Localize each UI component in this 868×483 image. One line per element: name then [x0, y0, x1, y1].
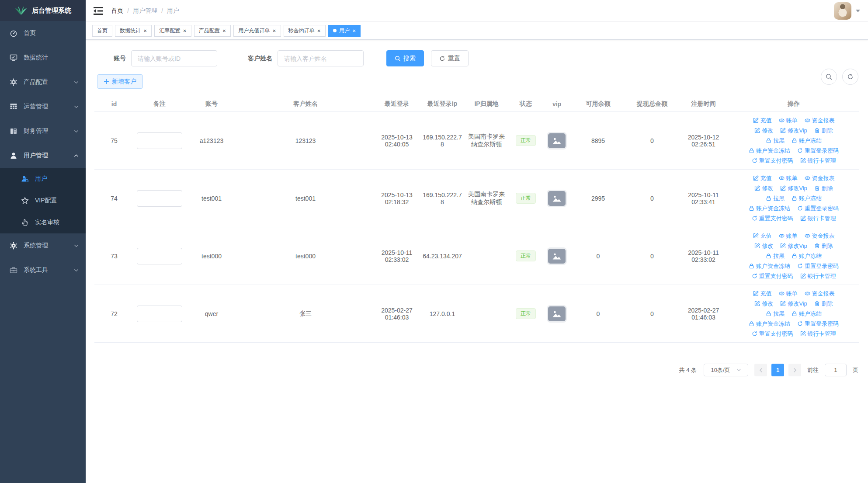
- edit-link[interactable]: 修改: [754, 241, 773, 251]
- vip-image-placeholder[interactable]: [548, 133, 566, 148]
- tab-statistics[interactable]: 数据统计: [115, 25, 152, 37]
- cell-account: qwer: [185, 285, 238, 343]
- delete-link[interactable]: 删除: [814, 241, 833, 251]
- account-input[interactable]: [131, 50, 217, 66]
- funds-report-link[interactable]: 资金报表: [805, 115, 835, 125]
- reset-pay-password-link[interactable]: 重置支付密码: [752, 329, 793, 339]
- sidebar-fold-icon[interactable]: [94, 7, 103, 15]
- search-button[interactable]: 搜索: [386, 50, 424, 66]
- bank-card-management-link[interactable]: 银行卡管理: [800, 271, 836, 281]
- close-icon[interactable]: [317, 28, 321, 33]
- sidebar-item-home[interactable]: 首页: [0, 21, 86, 45]
- bills-link[interactable]: 账单: [779, 231, 798, 241]
- main-area: 首页 / 用户管理 / 用户 首页 数据统计 汇率配置 产品配置 用户充值订单 …: [86, 0, 868, 483]
- close-icon[interactable]: [272, 28, 276, 33]
- blacklist-link[interactable]: 拉黑: [766, 193, 785, 203]
- funds-report-link[interactable]: 资金报表: [805, 173, 835, 183]
- delete-link[interactable]: 删除: [814, 183, 833, 193]
- freeze-funds-link[interactable]: 账户资金冻结: [749, 203, 790, 213]
- blacklist-link[interactable]: 拉黑: [766, 251, 785, 261]
- breadcrumb-item-user-management[interactable]: 用户管理: [133, 7, 157, 15]
- goto-page-input[interactable]: [825, 364, 847, 376]
- vip-image-placeholder[interactable]: [548, 191, 566, 206]
- sidebar-item-operations[interactable]: 运营管理: [0, 94, 86, 119]
- page-number-1[interactable]: 1: [771, 364, 784, 376]
- freeze-account-link[interactable]: 账户冻结: [792, 193, 822, 203]
- reset-button[interactable]: 重置: [431, 50, 469, 66]
- show-search-button[interactable]: [821, 69, 837, 85]
- remark-input[interactable]: [137, 132, 182, 149]
- vip-image-placeholder[interactable]: [548, 249, 566, 264]
- edit-vip-link[interactable]: 修改Vip: [780, 125, 807, 136]
- tab-home[interactable]: 首页: [92, 25, 112, 37]
- sidebar-item-system-management[interactable]: 系统管理: [0, 233, 86, 258]
- bank-card-management-link[interactable]: 银行卡管理: [800, 156, 836, 166]
- funds-report-link[interactable]: 资金报表: [805, 288, 835, 299]
- vip-image-placeholder[interactable]: [548, 306, 566, 321]
- funds-report-link[interactable]: 资金报表: [805, 231, 835, 241]
- remark-input[interactable]: [137, 306, 182, 322]
- delete-link[interactable]: 删除: [814, 125, 833, 136]
- refresh-table-button[interactable]: [842, 69, 858, 85]
- edit-link[interactable]: 修改: [754, 299, 773, 309]
- freeze-funds-link[interactable]: 账户资金冻结: [749, 261, 790, 271]
- close-icon[interactable]: [183, 28, 186, 33]
- tab-product-config[interactable]: 产品配置: [194, 25, 231, 37]
- page-size-select[interactable]: 10条/页: [704, 364, 748, 376]
- reset-pay-password-link[interactable]: 重置支付密码: [752, 271, 793, 281]
- sidebar-item-statistics[interactable]: 数据统计: [0, 45, 86, 70]
- recharge-link[interactable]: 充值: [753, 231, 772, 241]
- delete-link[interactable]: 删除: [814, 299, 833, 309]
- sidebar-item-users[interactable]: 用户: [0, 168, 86, 190]
- close-icon[interactable]: [143, 28, 147, 33]
- bills-link[interactable]: 账单: [779, 288, 798, 299]
- close-icon[interactable]: [352, 28, 356, 33]
- freeze-account-link[interactable]: 账户冻结: [792, 251, 822, 261]
- tab-exchange-rate-config[interactable]: 汇率配置: [154, 25, 191, 37]
- prev-page-button[interactable]: [754, 364, 767, 376]
- sidebar-item-product-config[interactable]: 产品配置: [0, 70, 86, 94]
- remark-input[interactable]: [137, 248, 182, 264]
- add-customer-button[interactable]: 新增客户: [97, 74, 143, 89]
- edit-link[interactable]: 修改: [754, 183, 773, 193]
- reset-login-password-link[interactable]: 重置登录密码: [797, 203, 839, 213]
- bank-card-management-link[interactable]: 银行卡管理: [800, 213, 836, 223]
- reset-login-password-link[interactable]: 重置登录密码: [797, 146, 839, 156]
- freeze-funds-link[interactable]: 账户资金冻结: [749, 146, 790, 156]
- edit-vip-link[interactable]: 修改Vip: [780, 299, 807, 309]
- blacklist-link[interactable]: 拉黑: [766, 136, 785, 146]
- remark-input[interactable]: [137, 190, 182, 207]
- freeze-account-link[interactable]: 账户冻结: [792, 309, 822, 319]
- bank-card-management-link[interactable]: 银行卡管理: [800, 329, 836, 339]
- reset-login-password-link[interactable]: 重置登录密码: [797, 261, 839, 271]
- reset-pay-password-link[interactable]: 重置支付密码: [752, 156, 793, 166]
- caret-down-icon[interactable]: [856, 10, 860, 12]
- sidebar-item-realname-audit[interactable]: 实名审核: [0, 212, 86, 233]
- sidebar-item-vip-config[interactable]: VIP配置: [0, 190, 86, 212]
- reset-login-password-link[interactable]: 重置登录密码: [797, 319, 839, 329]
- bills-link[interactable]: 账单: [779, 115, 798, 125]
- tab-contract-orders[interactable]: 秒合约订单: [284, 25, 326, 37]
- recharge-link[interactable]: 充值: [753, 288, 772, 299]
- edit-vip-link[interactable]: 修改Vip: [780, 241, 807, 251]
- customer-name-input[interactable]: [278, 50, 364, 66]
- sidebar-item-user-management[interactable]: 用户管理: [0, 143, 86, 168]
- tab-users[interactable]: 用户: [328, 25, 361, 37]
- refresh-icon: [752, 215, 757, 221]
- edit-link[interactable]: 修改: [754, 125, 773, 136]
- edit-vip-link[interactable]: 修改Vip: [780, 183, 807, 193]
- blacklist-link[interactable]: 拉黑: [766, 309, 785, 319]
- freeze-funds-link[interactable]: 账户资金冻结: [749, 319, 790, 329]
- recharge-link[interactable]: 充值: [753, 115, 772, 125]
- close-icon[interactable]: [222, 28, 226, 33]
- sidebar-item-system-tools[interactable]: 系统工具: [0, 258, 86, 282]
- bills-link[interactable]: 账单: [779, 173, 798, 183]
- recharge-link[interactable]: 充值: [753, 173, 772, 183]
- freeze-account-link[interactable]: 账户冻结: [792, 136, 822, 146]
- tab-recharge-orders[interactable]: 用户充值订单: [233, 25, 281, 37]
- breadcrumb-item-home[interactable]: 首页: [111, 7, 123, 15]
- next-page-button[interactable]: [788, 364, 801, 376]
- sidebar-item-finance[interactable]: 财务管理: [0, 119, 86, 143]
- avatar[interactable]: [834, 2, 851, 20]
- reset-pay-password-link[interactable]: 重置支付密码: [752, 213, 793, 223]
